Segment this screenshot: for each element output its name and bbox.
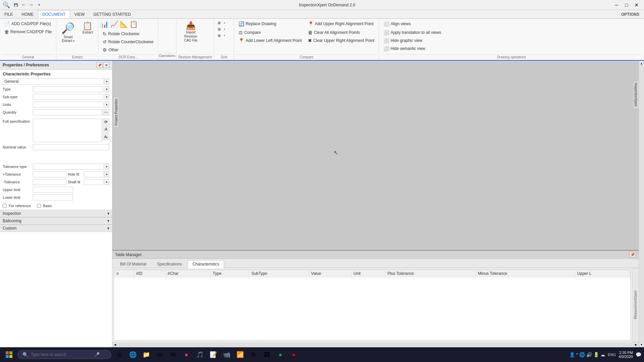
shaft-fit-select[interactable] xyxy=(84,179,104,185)
scroll-left-btn[interactable]: ◀ xyxy=(112,343,118,347)
sidebar-pin-btn[interactable]: 📌 xyxy=(97,62,103,68)
custom-dropdown[interactable]: Custom ▾ xyxy=(0,225,112,232)
undo-qa-btn[interactable]: ↩ xyxy=(20,2,27,8)
th-subtype[interactable]: SubType xyxy=(249,270,309,277)
general-select[interactable]: General xyxy=(3,78,104,84)
sidebar-close-btn[interactable]: ✕ xyxy=(103,62,109,68)
hole-fit-arrow[interactable]: ▾ xyxy=(104,171,109,177)
battery-icon[interactable]: 🔋 xyxy=(593,352,599,357)
table-manager-pin-btn[interactable]: 📌 xyxy=(629,252,636,258)
sticky-icon[interactable]: 📝 xyxy=(207,349,219,361)
th-type[interactable]: Type xyxy=(211,270,249,277)
rotate-cw-btn[interactable]: ↻ Rotate Clockwise xyxy=(100,30,156,38)
plus-tolerance-input[interactable] xyxy=(33,171,66,177)
full-spec-box[interactable] xyxy=(33,119,102,142)
explorer-icon[interactable]: 📁 xyxy=(140,349,152,361)
chrome-icon[interactable]: ● xyxy=(180,349,193,361)
photos-icon[interactable]: 🖼 xyxy=(261,349,273,361)
th-id[interactable]: #ID xyxy=(134,270,165,277)
th-plus-tolerance[interactable]: Plus Tolerance xyxy=(385,270,476,277)
hole-fit-select[interactable] xyxy=(84,171,104,177)
hscroll-track[interactable] xyxy=(118,343,633,347)
quantity-input[interactable] xyxy=(33,109,102,115)
scroll-down-btn[interactable]: ▼ xyxy=(639,342,644,347)
app6-icon[interactable]: 🎵 xyxy=(194,349,206,361)
nominal-input[interactable] xyxy=(33,144,109,150)
th-value[interactable]: Value xyxy=(309,270,351,277)
grid-arrow2[interactable]: ▾ xyxy=(223,28,226,31)
tab-characteristics[interactable]: Characteristics xyxy=(187,260,224,268)
table-hscrollbar[interactable]: ◀ ▶ xyxy=(112,342,639,347)
hide-semantic-btn[interactable]: ⬜ Hide semantic view xyxy=(381,45,443,52)
upper-limit-input[interactable] xyxy=(33,187,73,193)
taskbar-search-input[interactable] xyxy=(31,352,91,357)
notification-icon[interactable]: 💬 xyxy=(636,352,641,357)
th-minus-tolerance[interactable]: Minus Tolerance xyxy=(476,270,575,277)
inspection-xpert-tab[interactable]: InspectionXpert xyxy=(633,81,639,109)
menu-home[interactable]: HOME xyxy=(17,10,38,18)
ballooning-dropdown[interactable]: Ballooning ▾ xyxy=(0,217,112,225)
th-upper-l[interactable]: Upper L xyxy=(575,270,630,277)
import-revision-btn[interactable]: 📥 Import Revision CAD File xyxy=(178,20,203,44)
vscroll-track[interactable] xyxy=(639,66,644,342)
taskbar-search-box[interactable]: 🔍 🎤 xyxy=(17,350,111,359)
project-properties-tab[interactable]: Project Properties xyxy=(113,97,119,128)
apply-translation-btn[interactable]: ⬜ Apply translation to all views xyxy=(381,29,443,36)
compare-btn[interactable]: ⚖ Compare xyxy=(236,29,304,36)
sound-icon[interactable]: 🔊 xyxy=(586,352,592,357)
clear-upper-right-btn[interactable]: ✖ Clear Upper Right Alignment Point xyxy=(306,37,377,44)
clear-all-btn[interactable]: 🗑 Clear All Alignment Points xyxy=(306,29,377,36)
smart-extract-btn[interactable]: 🔎 SmartExtract ▾ xyxy=(58,20,78,44)
menu-document[interactable]: DOCUMENT xyxy=(38,10,70,18)
th-char[interactable]: #Char xyxy=(165,270,211,277)
menu-view[interactable]: VIEW xyxy=(70,10,89,18)
subtype-arrow[interactable]: ▾ xyxy=(104,94,109,100)
shaft-fit-arrow[interactable]: ▾ xyxy=(104,179,109,185)
add-lower-left-btn[interactable]: 📍 Add Lower Left Alignment Point xyxy=(236,37,304,44)
menu-file[interactable]: FILE xyxy=(0,10,17,18)
lower-limit-input[interactable] xyxy=(33,194,73,200)
full-spec-btn3[interactable]: A₂ xyxy=(103,133,109,140)
greenapp-icon[interactable]: ● xyxy=(274,349,286,361)
type-arrow[interactable]: ▾ xyxy=(104,86,109,92)
network-icon[interactable]: 🌐 xyxy=(579,352,585,357)
tab-specifications[interactable]: Specifications xyxy=(152,260,187,268)
type-select[interactable] xyxy=(33,86,103,92)
taskview-icon[interactable]: ⊟ xyxy=(113,349,125,361)
replace-drawing-btn[interactable]: 🔄 Replace Drawing xyxy=(236,20,304,27)
measurement-xpert-label[interactable]: MeasurementXpert xyxy=(634,291,637,319)
settings-icon[interactable]: ⚙ xyxy=(248,349,260,361)
units-arrow[interactable]: ▾ xyxy=(104,102,109,108)
canvas-viewport[interactable]: ↖ InspectionXpert xyxy=(112,61,639,250)
th-unit[interactable]: Unit xyxy=(351,270,385,277)
units-select[interactable] xyxy=(33,102,103,108)
grid-icon3[interactable]: ⊞ xyxy=(216,33,222,39)
scroll-right-btn[interactable]: ▶ xyxy=(633,343,639,347)
tolerance-type-select[interactable] xyxy=(33,164,104,170)
subtype-select[interactable] xyxy=(33,94,103,100)
save-qa-btn[interactable]: 💾 xyxy=(12,2,19,8)
tab-bill-of-material[interactable]: Bill Of Material xyxy=(115,260,151,268)
redo-qa-btn[interactable]: ↪ xyxy=(28,2,35,8)
inspection-dropdown[interactable]: Inspection ▾ xyxy=(0,210,112,217)
redapp-icon[interactable]: ● xyxy=(288,349,300,361)
quantity-icon-btn[interactable]: ⋯ xyxy=(103,109,109,116)
minimize-btn[interactable]: ─ xyxy=(612,1,621,9)
mail-icon[interactable]: ✉ xyxy=(167,349,179,361)
scroll-up-btn[interactable]: ▲ xyxy=(639,61,644,66)
minus-tolerance-input[interactable] xyxy=(33,179,66,185)
general-arrow[interactable]: ▾ xyxy=(104,78,109,84)
grid-icon1[interactable]: ⊞ xyxy=(216,20,222,26)
grid-arrow3[interactable]: ▾ xyxy=(223,34,226,37)
tolerance-type-arrow[interactable]: ▾ xyxy=(104,164,109,170)
grid-arrow1[interactable]: ▾ xyxy=(223,21,226,24)
remove-cad-btn[interactable]: 🗑 Remove CAD/PDF File xyxy=(2,28,54,36)
add-cad-btn[interactable]: 📄 ADD CAD/PDF File(s) xyxy=(2,20,54,27)
zoom-icon[interactable]: 📹 xyxy=(221,349,233,361)
rotate-ccw-btn[interactable]: ↺ Rotate CounterClockwise xyxy=(100,38,156,46)
wifi-icon[interactable]: 📶 xyxy=(234,349,246,361)
hide-graphic-btn[interactable]: ⬜ Hide graphic view xyxy=(381,37,443,44)
extract-btn[interactable]: 📋 Extract xyxy=(79,20,96,36)
taskbar-clock[interactable]: 2:35 PM 4/9/2020 xyxy=(619,351,633,359)
align-views-btn[interactable]: ⬜ Align views xyxy=(381,20,443,27)
